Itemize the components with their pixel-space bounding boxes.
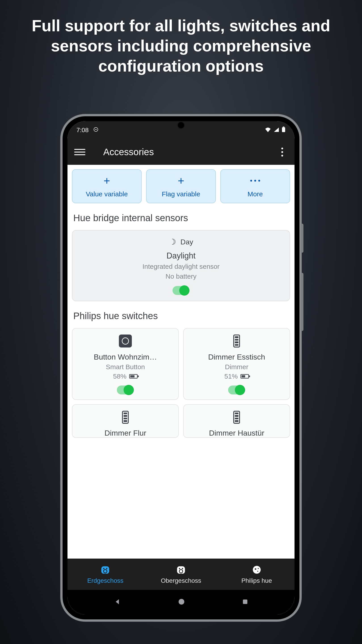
sensor-battery: No battery: [166, 272, 196, 280]
svg-point-13: [258, 568, 259, 569]
action-label: More: [248, 190, 263, 198]
svg-rect-16: [243, 600, 247, 604]
switch-battery: 58%: [113, 372, 138, 380]
svg-rect-2: [283, 126, 284, 128]
svg-point-11: [253, 566, 261, 574]
svg-point-9: [182, 568, 183, 569]
nav-tab-obergeschoss[interactable]: Obergeschoss: [143, 558, 219, 590]
promo-heading: Full support for all lights, switches an…: [0, 16, 362, 76]
dimmer-icon: [230, 334, 243, 348]
app-bar: Accessories: [67, 139, 295, 165]
switch-card[interactable]: Button Wohnzim… Smart Button 58%: [72, 328, 179, 400]
plus-icon: +: [178, 175, 184, 186]
phone-frame: 7:08 Accessories: [60, 114, 302, 622]
switch-grid: Button Wohnzim… Smart Button 58% Dimmer …: [72, 328, 290, 438]
action-row: + Value variable + Flag variable More: [72, 169, 290, 203]
sensor-card-daylight[interactable]: ☽ Day Daylight Integrated daylight senso…: [72, 230, 290, 301]
status-icon: [93, 126, 98, 134]
wifi-icon: [265, 126, 271, 134]
battery-icon: [282, 126, 286, 134]
switch-battery: 51%: [224, 372, 249, 380]
switch-toggle[interactable]: [117, 386, 134, 394]
section-heading-switches: Philips hue switches: [73, 310, 290, 321]
svg-point-15: [179, 599, 184, 605]
svg-point-14: [257, 571, 258, 572]
page-title: Accessories: [103, 147, 277, 158]
sensor-description: Integrated daylight sensor: [142, 263, 219, 270]
hue-icon: [251, 564, 262, 575]
nav-label: Obergeschoss: [161, 577, 201, 584]
content-area: + Value variable + Flag variable More Hu…: [67, 165, 295, 558]
switch-type: Dimmer: [225, 363, 249, 371]
action-label: Value variable: [86, 190, 128, 198]
system-nav-bar: [67, 590, 295, 614]
switch-type: Smart Button: [106, 363, 145, 371]
camera-notch: [177, 121, 185, 129]
svg-rect-1: [282, 127, 285, 132]
switch-name: Dimmer Haustür: [209, 429, 264, 438]
plus-icon: +: [103, 175, 110, 186]
switch-name: Dimmer Esstisch: [208, 353, 265, 361]
nav-label: Erdgeschoss: [87, 577, 123, 584]
bottom-nav: Erdgeschoss Obergeschoss Philips hue: [67, 558, 295, 590]
switch-name: Dimmer Flur: [105, 429, 146, 438]
menu-icon[interactable]: [74, 149, 85, 155]
battery-level-icon: [129, 374, 138, 378]
nav-label: Philips hue: [241, 577, 272, 584]
nav-tab-philips-hue[interactable]: Philips hue: [219, 558, 295, 590]
action-label: Flag variable: [162, 190, 200, 198]
svg-point-12: [255, 568, 256, 570]
overflow-menu-icon[interactable]: [277, 148, 288, 156]
dimmer-icon: [119, 410, 132, 424]
room-icon: [175, 564, 187, 575]
add-flag-variable-button[interactable]: + Flag variable: [146, 169, 216, 203]
add-value-variable-button[interactable]: + Value variable: [72, 169, 142, 203]
battery-level-icon: [240, 374, 249, 378]
more-actions-button[interactable]: More: [220, 169, 290, 203]
room-icon: [100, 564, 111, 575]
dots-icon: [250, 175, 260, 186]
switch-card[interactable]: Dimmer Haustür: [183, 404, 290, 438]
sensor-name: Daylight: [166, 251, 196, 260]
switch-card[interactable]: Dimmer Esstisch Dimmer 51%: [183, 328, 290, 400]
recents-button[interactable]: [242, 598, 249, 606]
dimmer-icon: [230, 410, 243, 424]
nav-tab-erdgeschoss[interactable]: Erdgeschoss: [67, 558, 143, 590]
phone-side-button: [301, 273, 304, 331]
phone-side-button: [301, 224, 304, 253]
section-heading-sensors: Hue bridge internal sensors: [73, 213, 290, 224]
status-time: 7:08: [76, 126, 89, 134]
sensor-status-label: Day: [181, 238, 193, 246]
svg-point-5: [106, 568, 107, 569]
signal-icon: [274, 126, 279, 134]
svg-point-8: [179, 568, 180, 569]
svg-point-4: [103, 568, 105, 569]
back-button[interactable]: [113, 598, 121, 606]
switch-card[interactable]: Dimmer Flur: [72, 404, 179, 438]
sensor-toggle[interactable]: [173, 286, 189, 295]
smart-button-icon: [119, 334, 132, 348]
moon-icon: ☽: [169, 237, 176, 247]
switch-name: Button Wohnzim…: [94, 353, 157, 361]
switch-toggle[interactable]: [228, 386, 245, 394]
home-button[interactable]: [178, 598, 185, 606]
